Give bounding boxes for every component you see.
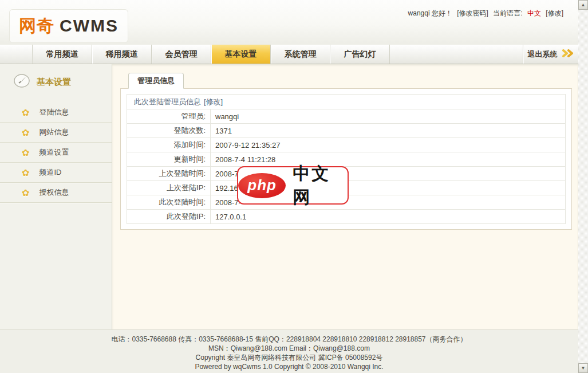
sidebar-item-channel-id[interactable]: ✿ 频道ID (0, 163, 112, 183)
table-header-edit-link[interactable]: [修改] (204, 97, 223, 107)
row-label: 更新时间: (127, 152, 211, 166)
sidebar-item-label: 网站信息 (39, 127, 69, 138)
nav-spacer (0, 45, 33, 64)
main-nav: 常用频道 稀用频道 会员管理 基本设置 系统管理 广告幻灯 退出系统 (0, 45, 578, 64)
nav-fill (390, 45, 523, 64)
row-value: wangqi (211, 109, 565, 123)
flower-icon: ✿ (22, 107, 29, 118)
footer-line-msn-email: MSN：Qiwang@188.com Email：Qiwang@188.com (0, 344, 578, 353)
header: 网奇 CWMS wangqi 您好！ [修改密码] 当前语言: 中文 [修改] (0, 0, 578, 45)
change-password-link[interactable]: [修改密码] (457, 9, 488, 17)
table-row: 此次登陆IP: 127.0.0.1 (127, 209, 565, 223)
language-label: 当前语言: (493, 9, 522, 17)
row-value: 1371 (211, 124, 565, 138)
flower-icon: ✿ (22, 187, 29, 198)
row-label: 添加时间: (127, 138, 211, 152)
double-chevron-icon (562, 49, 574, 59)
logout-label: 退出系统 (528, 49, 558, 60)
row-label: 登陆次数: (127, 124, 211, 138)
sidebar: 基本设置 ✿ 登陆信息 ✿ 网站信息 ✿ 频道设置 (0, 64, 112, 329)
row-label: 此次登陆IP: (127, 210, 211, 223)
flower-icon: ✿ (22, 127, 29, 138)
tab-admin-info[interactable]: 管理员信息 (128, 73, 184, 89)
user-greeting: wangqi 您好！ (408, 9, 452, 17)
row-label: 管理员: (127, 109, 211, 123)
app-window: 网奇 CWMS wangqi 您好！ [修改密码] 当前语言: 中文 [修改] … (0, 0, 588, 373)
vertical-scrollbar[interactable]: ▲ ▼ (578, 0, 588, 373)
language-change-link[interactable]: [修改] (546, 9, 563, 17)
footer: 电话：0335-7668688 传真：0335-7668688-15 售前QQ：… (0, 329, 578, 373)
logout-button[interactable]: 退出系统 (523, 45, 578, 64)
row-label: 上次登陆IP: (127, 181, 211, 195)
main-content: 管理员信息 此次登陆管理员信息 [修改] 管理员: wangqi 登陆次数: (112, 64, 578, 329)
php-logo-badge: php (238, 173, 286, 198)
sidebar-item-label: 频道ID (39, 167, 61, 178)
page: 网奇 CWMS wangqi 您好！ [修改密码] 当前语言: 中文 [修改] … (0, 0, 578, 373)
scroll-up-button[interactable]: ▲ (578, 0, 588, 10)
table-row: 添加时间: 2007-9-12 21:35:27 (127, 138, 565, 152)
logo-en: CWMS (60, 16, 119, 36)
sidebar-item-channel-settings[interactable]: ✿ 频道设置 (0, 143, 112, 163)
clock-icon (14, 74, 31, 90)
language-value: 中文 (527, 9, 541, 17)
sidebar-item-label: 频道设置 (39, 147, 69, 158)
table-header-row: 此次登陆管理员信息 [修改] (127, 95, 565, 109)
table-row: 管理员: wangqi (127, 109, 565, 123)
footer-line-copyright: Copyright 秦皇岛网奇网络科技有限公司 冀ICP备 05008592号 (0, 353, 578, 362)
row-value: 2008-7-4 11:21:28 (211, 152, 565, 166)
scroll-down-button[interactable]: ▼ (578, 363, 588, 373)
tab-system-management[interactable]: 系统管理 (271, 45, 330, 64)
sidebar-item-label: 授权信息 (39, 187, 69, 198)
sidebar-menu: ✿ 登陆信息 ✿ 网站信息 ✿ 频道设置 ✿ 频道ID (0, 103, 112, 203)
tab-basic-settings[interactable]: 基本设置 (211, 45, 271, 64)
logo-cn: 网奇 (19, 14, 54, 38)
tab-common-channels[interactable]: 常用频道 (33, 45, 92, 64)
footer-line-powered-by: Powered by wqCwms 1.0 Copyright © 2008-2… (0, 362, 578, 371)
row-value: 2007-9-12 21:35:27 (211, 138, 565, 152)
scrollbar-track[interactable] (578, 10, 588, 363)
body-row: 基本设置 ✿ 登陆信息 ✿ 网站信息 ✿ 频道设置 (0, 64, 578, 329)
table-row: 登陆次数: 1371 (127, 123, 565, 138)
row-value: 127.0.0.1 (211, 210, 565, 223)
row-label: 上次登陆时间: (127, 167, 211, 180)
logo: 网奇 CWMS (9, 9, 128, 43)
sidebar-item-site-info[interactable]: ✿ 网站信息 (0, 123, 112, 143)
sidebar-title: 基本设置 (0, 64, 112, 96)
sidebar-item-license-info[interactable]: ✿ 授权信息 (0, 183, 112, 203)
sidebar-title-label: 基本设置 (37, 77, 71, 88)
footer-line-contact: 电话：0335-7668688 传真：0335-7668688-15 售前QQ：… (0, 335, 578, 344)
flower-icon: ✿ (22, 147, 29, 158)
php-cn-watermark: php 中文网 (237, 166, 349, 205)
user-bar: wangqi 您好！ [修改密码] 当前语言: 中文 [修改] (405, 9, 563, 18)
sidebar-item-login-info[interactable]: ✿ 登陆信息 (0, 103, 112, 123)
tab-member-management[interactable]: 会员管理 (152, 45, 211, 64)
tab-ad-slides[interactable]: 广告幻灯 (330, 45, 390, 64)
row-label: 此次登陆时间: (127, 195, 211, 209)
php-cn-text: 中文网 (293, 162, 348, 209)
table-header-label: 此次登陆管理员信息 (134, 97, 201, 107)
flower-icon: ✿ (22, 167, 29, 178)
tab-rare-channels[interactable]: 稀用频道 (92, 45, 152, 64)
sidebar-item-label: 登陆信息 (39, 107, 69, 117)
